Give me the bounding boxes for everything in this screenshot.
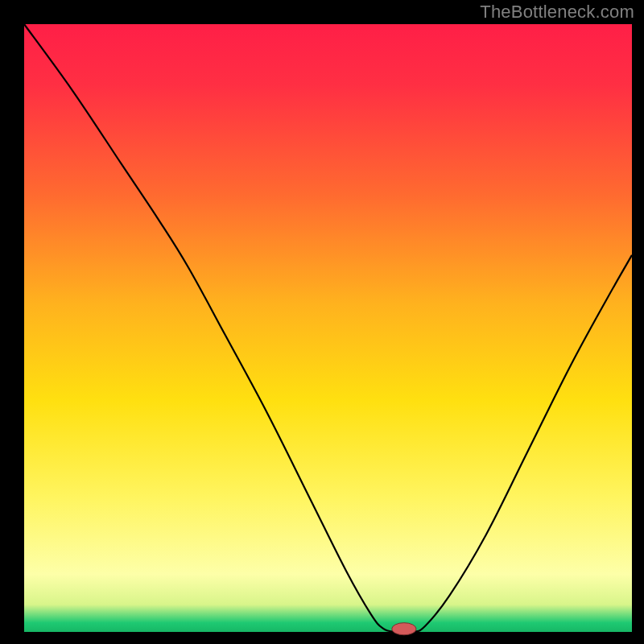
- chart-frame: TheBottleneck.com: [0, 0, 644, 644]
- plot-background: [24, 24, 632, 632]
- optimal-marker: [392, 623, 416, 635]
- bottleneck-chart: [0, 0, 644, 644]
